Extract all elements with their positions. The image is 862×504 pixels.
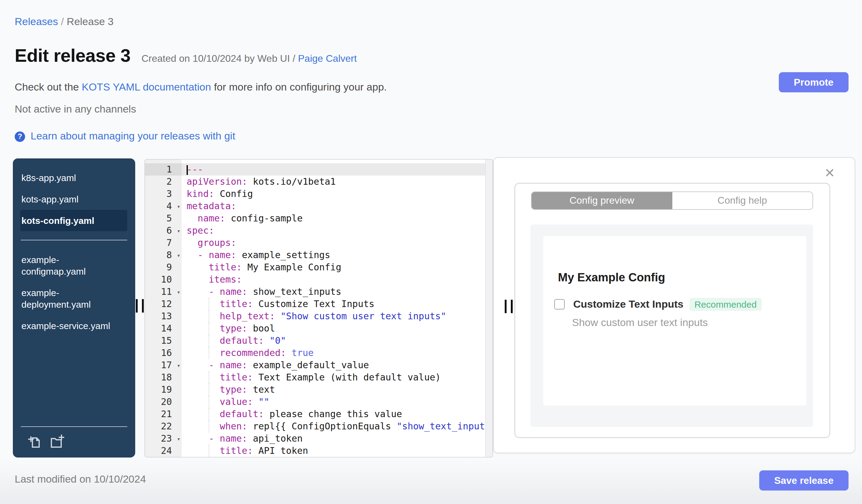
- code-line[interactable]: - name: example_settings: [182, 249, 493, 261]
- created-by-link[interactable]: Paige Calvert: [298, 53, 357, 64]
- line-number: 12: [145, 298, 182, 310]
- fold-toggle-icon[interactable]: ▾: [177, 360, 181, 372]
- line-number: 22: [145, 420, 182, 433]
- fold-toggle-icon[interactable]: ▾: [177, 250, 181, 262]
- code-token: Customize Text Inputs: [259, 299, 375, 309]
- code-token: - name:: [186, 250, 242, 261]
- code-token: items:: [186, 274, 242, 285]
- code-token: show_text_inputs: [253, 286, 341, 297]
- yaml-editor[interactable]: 1234▾56▾78▾91011▾121314151617▾1819202122…: [144, 159, 493, 457]
- editor-panel-resize-handle[interactable]: [505, 300, 513, 313]
- code-line[interactable]: name: config-sample: [182, 212, 493, 225]
- code-line[interactable]: title: API token: [182, 445, 493, 457]
- code-line[interactable]: ---: [182, 163, 493, 175]
- editor-scrollbar[interactable]: [485, 160, 493, 457]
- code-line[interactable]: title: My Example Config: [182, 261, 493, 274]
- sidebar-editor-resize-handle[interactable]: [136, 299, 144, 313]
- code-token: ---: [186, 164, 203, 175]
- channel-status: Not active in any channels: [15, 103, 136, 116]
- code-token: "": [259, 396, 270, 407]
- code-line[interactable]: recommended: true: [182, 347, 493, 359]
- code-line[interactable]: default: please change this value: [182, 408, 493, 420]
- code-line[interactable]: items:: [182, 274, 493, 286]
- code-token: example_default_value: [253, 360, 369, 371]
- editor-code[interactable]: ---apiVersion: kots.io/v1beta1kind: Conf…: [182, 160, 493, 457]
- code-token: value:: [186, 396, 259, 407]
- docs-prefix: Check out the: [15, 81, 82, 93]
- code-line[interactable]: default: "0": [182, 334, 493, 347]
- sidebar-file-item[interactable]: k8s-app.yaml: [20, 167, 113, 188]
- config-item-label: Customize Text Inputs: [573, 298, 683, 310]
- code-token: kots.io/v1beta1: [253, 176, 336, 187]
- code-token: "show_text_inputs": [396, 421, 493, 432]
- code-token: Config: [220, 188, 253, 199]
- code-token: name:: [186, 213, 231, 224]
- tab-config-preview[interactable]: Config preview: [532, 192, 672, 209]
- code-line[interactable]: title: Text Example (with default value): [182, 371, 493, 384]
- code-token: when:: [186, 421, 253, 432]
- breadcrumb-releases-link[interactable]: Releases: [15, 16, 58, 27]
- code-token: API token: [259, 445, 308, 456]
- close-icon[interactable]: ✕: [824, 167, 835, 179]
- code-line[interactable]: - name: show_text_inputs: [182, 286, 493, 298]
- file-list: k8s-app.yamlkots-app.yamlkots-config.yam…: [13, 167, 135, 336]
- page-title: Edit release 3: [15, 45, 131, 66]
- sidebar-file-item[interactable]: example-deployment.yaml: [20, 282, 113, 315]
- code-token: recommended:: [186, 347, 291, 358]
- sidebar-file-item[interactable]: kots-app.yaml: [20, 188, 113, 210]
- code-token: kind:: [186, 188, 220, 199]
- docs-suffix: for more info on configuring your app.: [211, 81, 387, 93]
- created-info: Created on 10/10/2024 by Web UI / Paige …: [142, 53, 357, 64]
- code-line[interactable]: - name: example_default_value: [182, 359, 493, 371]
- line-number: 10: [145, 274, 182, 286]
- help-icon[interactable]: ?: [15, 131, 25, 142]
- fold-toggle-icon[interactable]: ▾: [177, 225, 181, 237]
- tab-config-help[interactable]: Config help: [672, 192, 812, 209]
- code-line[interactable]: when: repl{{ ConfigOptionEquals "show_te…: [182, 420, 493, 433]
- kots-docs-link[interactable]: KOTS YAML documentation: [82, 81, 211, 93]
- code-line[interactable]: type: text: [182, 384, 493, 396]
- fold-toggle-icon[interactable]: ▾: [177, 286, 181, 299]
- line-number: 18: [145, 371, 182, 384]
- add-file-icon[interactable]: [27, 434, 42, 449]
- line-number: 15: [145, 334, 182, 347]
- fold-toggle-icon[interactable]: ▾: [177, 201, 181, 213]
- docs-line: Check out the KOTS YAML documentation fo…: [15, 81, 387, 94]
- code-token: "Show custom user text inputs": [280, 311, 446, 322]
- code-token: title:: [186, 262, 247, 273]
- code-token: example_settings: [242, 250, 330, 261]
- workspace: k8s-app.yamlkots-app.yamlkots-config.yam…: [0, 158, 862, 457]
- sidebar-file-item[interactable]: example-service.yaml: [20, 315, 113, 336]
- code-line[interactable]: title: Customize Text Inputs: [182, 298, 493, 310]
- code-line[interactable]: kind: Config: [182, 188, 493, 200]
- line-number: 19: [145, 384, 182, 396]
- code-line[interactable]: type: bool: [182, 322, 493, 334]
- config-item-checkbox[interactable]: [554, 299, 565, 309]
- code-line[interactable]: - name: api_token: [182, 433, 493, 445]
- save-release-button[interactable]: Save release: [759, 470, 849, 491]
- git-releases-link[interactable]: Learn about managing your releases with …: [30, 130, 235, 143]
- code-line[interactable]: help_text: "Show custom user text inputs…: [182, 310, 493, 322]
- code-line[interactable]: groups:: [182, 237, 493, 249]
- code-line[interactable]: metadata:: [182, 200, 493, 212]
- code-token: true: [291, 347, 314, 358]
- fold-toggle-icon[interactable]: ▾: [177, 433, 181, 445]
- code-line[interactable]: value: "": [182, 396, 493, 408]
- line-number: 9: [145, 261, 182, 274]
- code-token: Text Example (with default value): [259, 372, 441, 383]
- code-line[interactable]: apiVersion: kots.io/v1beta1: [182, 175, 493, 188]
- line-number: 13: [145, 310, 182, 322]
- code-token: text: [253, 384, 275, 395]
- sidebar-file-item[interactable]: example-configmap.yaml: [20, 249, 113, 282]
- line-number: 25: [145, 457, 182, 457]
- code-line[interactable]: spec:: [182, 225, 493, 237]
- sidebar-file-item[interactable]: kots-config.yaml: [20, 210, 127, 231]
- code-token: metadata:: [186, 201, 236, 212]
- add-folder-icon[interactable]: [50, 434, 66, 449]
- promote-button[interactable]: Promote: [779, 72, 849, 92]
- code-token: help_text:: [186, 311, 280, 322]
- code-token: - name:: [186, 433, 253, 444]
- line-number: 8▾: [145, 249, 182, 261]
- line-number: 24: [145, 445, 182, 457]
- line-number: 16: [145, 347, 182, 359]
